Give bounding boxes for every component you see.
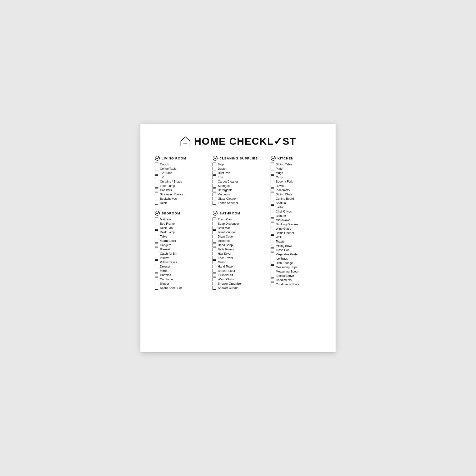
item-label: Toaster — [276, 240, 286, 243]
checkbox[interactable] — [271, 235, 274, 239]
checkbox[interactable] — [213, 201, 216, 205]
list-item: Ice Trays — [271, 257, 321, 260]
checkbox[interactable] — [271, 244, 274, 248]
checkbox[interactable] — [271, 205, 274, 209]
checkbox[interactable] — [213, 260, 216, 264]
list-item: Table — [155, 235, 205, 238]
checkbox[interactable] — [155, 277, 158, 281]
list-item: Couch — [155, 163, 205, 166]
checkbox[interactable] — [155, 260, 158, 264]
checkbox[interactable] — [155, 286, 158, 290]
checkbox[interactable] — [213, 188, 216, 192]
checkbox[interactable] — [271, 175, 274, 179]
checkbox[interactable] — [155, 218, 158, 221]
checkbox[interactable] — [213, 192, 216, 196]
column-right: KITCHENDining TablePlateMugsCupsSpoon / … — [271, 156, 321, 296]
checkbox[interactable] — [155, 226, 158, 230]
checkbox[interactable] — [213, 222, 216, 225]
checkbox[interactable] — [213, 167, 216, 170]
checkbox[interactable] — [271, 274, 274, 277]
item-label: Blanket — [160, 248, 170, 251]
checkbox[interactable] — [213, 282, 216, 285]
checkbox[interactable] — [271, 210, 274, 213]
checkbox[interactable] — [271, 248, 274, 252]
checkbox[interactable] — [213, 265, 216, 268]
checkbox[interactable] — [155, 248, 158, 251]
checkbox[interactable] — [271, 283, 274, 286]
checkbox[interactable] — [155, 239, 158, 242]
checkbox[interactable] — [213, 230, 216, 234]
checkbox[interactable] — [213, 175, 216, 179]
checkbox[interactable] — [271, 253, 274, 256]
checkbox[interactable] — [155, 163, 158, 166]
checkbox[interactable] — [213, 171, 216, 175]
checkbox[interactable] — [155, 167, 158, 170]
checkbox[interactable] — [271, 218, 274, 222]
checkbox[interactable] — [155, 184, 158, 187]
item-label: Dust Pan — [218, 171, 230, 175]
checkbox[interactable] — [155, 188, 158, 192]
checkbox[interactable] — [271, 265, 274, 269]
checkbox[interactable] — [271, 163, 274, 166]
item-label: Dresser — [160, 265, 170, 268]
checkbox[interactable] — [213, 252, 216, 255]
checkbox[interactable] — [271, 261, 274, 265]
checkbox[interactable] — [271, 231, 274, 235]
item-label: Face Towel — [218, 256, 233, 260]
list-item: TV Stand — [155, 171, 205, 175]
checkbox[interactable] — [213, 286, 216, 290]
checkbox[interactable] — [155, 171, 158, 175]
checkbox[interactable] — [271, 171, 274, 175]
checkbox[interactable] — [213, 226, 216, 230]
checkbox[interactable] — [155, 273, 158, 277]
section-heading: KITCHEN — [271, 156, 321, 161]
checkbox[interactable] — [271, 180, 274, 183]
checkbox[interactable] — [271, 201, 274, 205]
checkbox[interactable] — [213, 180, 216, 183]
checkbox[interactable] — [213, 197, 216, 200]
checkbox[interactable] — [155, 192, 158, 196]
checkbox[interactable] — [155, 252, 158, 255]
checkbox[interactable] — [213, 248, 216, 251]
checkbox[interactable] — [271, 240, 274, 243]
checkbox[interactable] — [155, 222, 158, 225]
item-label: Glass Cleaner — [218, 197, 237, 200]
checkbox[interactable] — [155, 235, 158, 238]
checkbox[interactable] — [271, 167, 274, 170]
checkbox[interactable] — [155, 243, 158, 247]
checkbox[interactable] — [213, 163, 216, 166]
checkbox[interactable] — [271, 214, 274, 218]
checkbox[interactable] — [155, 180, 158, 183]
checkbox[interactable] — [213, 184, 216, 187]
checkbox[interactable] — [213, 239, 216, 242]
checkbox[interactable] — [271, 257, 274, 260]
checkbox[interactable] — [155, 265, 158, 268]
checkbox[interactable] — [213, 243, 216, 247]
checkbox[interactable] — [155, 175, 158, 179]
item-label: Hand Towel — [218, 265, 233, 268]
checkbox[interactable] — [213, 235, 216, 238]
checkbox[interactable] — [155, 201, 158, 205]
checkbox[interactable] — [271, 278, 274, 282]
checkbox[interactable] — [213, 256, 216, 260]
item-label: Mirror — [160, 269, 168, 272]
checkbox[interactable] — [155, 269, 158, 272]
checkbox[interactable] — [271, 192, 274, 196]
checkbox[interactable] — [271, 188, 274, 192]
checkbox[interactable] — [155, 256, 158, 260]
checkbox[interactable] — [213, 273, 216, 277]
checkbox[interactable] — [271, 227, 274, 230]
checkbox[interactable] — [213, 277, 216, 281]
item-label: Drain Cover — [218, 235, 234, 238]
checkbox[interactable] — [271, 184, 274, 187]
checkbox[interactable] — [155, 282, 158, 285]
section-heading: CLEANING SUPPLIES — [213, 156, 263, 161]
checkbox[interactable] — [271, 270, 274, 273]
checkbox[interactable] — [213, 218, 216, 221]
checkbox[interactable] — [271, 222, 274, 226]
checkbox[interactable] — [271, 197, 274, 200]
list-item: Drain Cover — [213, 235, 263, 238]
checkbox[interactable] — [213, 269, 216, 272]
checkbox[interactable] — [155, 197, 158, 200]
checkbox[interactable] — [155, 230, 158, 234]
